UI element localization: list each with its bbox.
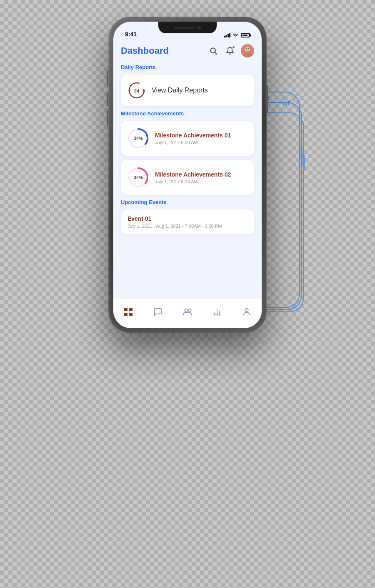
phone-device: 9:41 xyxy=(108,17,267,333)
ring-label-2: 34% xyxy=(134,175,143,180)
signal-bar-3 xyxy=(228,34,229,37)
svg-rect-17 xyxy=(124,313,128,316)
signal-bars-icon xyxy=(224,33,231,37)
search-button[interactable] xyxy=(208,45,219,57)
event-card-1[interactable]: Event 01 July 1, 2021 - Aug 1, 2021 • 7:… xyxy=(121,209,254,234)
notification-button[interactable] xyxy=(224,45,236,57)
page-title: Dashboard xyxy=(121,45,169,56)
milestone-section: Milestone Achievements 34% Milestone Ach… xyxy=(121,110,254,195)
header: Dashboard xyxy=(121,44,254,57)
nav-item-home[interactable] xyxy=(119,303,138,321)
ring-label-1: 34% xyxy=(134,136,143,141)
daily-reports-section: Daily Reports 24 Vie xyxy=(121,64,254,106)
progress-ring-2: 34% xyxy=(128,167,149,188)
notification-dot xyxy=(232,46,235,49)
milestone-info-2: Milestone Achievements 02 July 1, 2017 6… xyxy=(155,171,248,184)
event-date-1: July 1, 2021 - Aug 1, 2021 • 7:00AM - 9:… xyxy=(128,224,248,229)
milestone-date-1: July 1, 2017 6:08 AM xyxy=(155,140,248,145)
notch xyxy=(158,22,217,33)
reports-24-icon: 24 xyxy=(128,81,146,100)
daily-reports-label: Daily Reports xyxy=(121,64,254,70)
signal-bar-4 xyxy=(229,33,230,37)
screen-content[interactable]: Dashboard xyxy=(113,40,262,328)
milestone-label: Milestone Achievements xyxy=(121,110,254,117)
nav-item-group[interactable] xyxy=(178,303,197,321)
upcoming-events-section: Upcoming Events Event 01 July 1, 2021 - … xyxy=(121,199,254,234)
event-title-1: Event 01 xyxy=(128,215,248,222)
battery-fill xyxy=(242,35,248,36)
milestone-info-1: Milestone Achievements 01 July 1, 2017 6… xyxy=(155,132,248,145)
svg-rect-16 xyxy=(129,308,132,311)
nav-item-chat[interactable] xyxy=(149,303,167,321)
svg-point-25 xyxy=(245,308,248,311)
wifi-icon xyxy=(232,33,239,37)
avatar-image xyxy=(241,44,254,57)
avatar[interactable] xyxy=(241,44,254,57)
upcoming-events-label: Upcoming Events xyxy=(121,199,254,205)
status-icons xyxy=(224,33,250,37)
daily-reports-card[interactable]: 24 View Daily Reports xyxy=(121,75,254,106)
svg-point-6 xyxy=(248,48,249,49)
milestone-title-2: Milestone Achievements 02 xyxy=(155,171,248,178)
chart-icon xyxy=(212,307,222,316)
svg-rect-15 xyxy=(124,308,128,311)
svg-line-1 xyxy=(215,52,217,55)
signal-bar-1 xyxy=(224,36,225,37)
svg-point-3 xyxy=(245,47,250,52)
battery-icon xyxy=(241,33,250,37)
notch-camera xyxy=(198,26,201,29)
grid-icon xyxy=(124,307,133,316)
view-daily-reports-label: View Daily Reports xyxy=(152,87,208,94)
signal-bar-2 xyxy=(225,35,227,37)
notch-speaker xyxy=(174,27,195,29)
search-icon xyxy=(209,47,218,55)
phone-screen: 9:41 xyxy=(113,22,262,328)
milestone-card-2[interactable]: 34% Milestone Achievements 02 July 1, 20… xyxy=(121,160,254,195)
milestone-title-1: Milestone Achievements 01 xyxy=(155,132,248,139)
bottom-nav xyxy=(113,298,262,328)
header-icons xyxy=(208,44,254,57)
nav-item-profile[interactable] xyxy=(238,303,256,321)
phone-outer: 9:41 xyxy=(108,17,267,333)
svg-point-19 xyxy=(185,309,188,312)
nav-item-chart[interactable] xyxy=(208,303,226,321)
svg-text:24: 24 xyxy=(134,88,140,93)
svg-rect-18 xyxy=(129,313,132,316)
milestone-date-2: July 1, 2017 6:08 AM xyxy=(155,179,248,184)
group-icon xyxy=(182,307,192,316)
milestone-card-1[interactable]: 34% Milestone Achievements 01 July 1, 20… xyxy=(121,121,254,156)
person-icon xyxy=(242,307,251,316)
svg-point-5 xyxy=(246,48,247,49)
status-time: 9:41 xyxy=(125,31,137,37)
svg-point-20 xyxy=(188,309,191,312)
progress-ring-1: 34% xyxy=(128,127,149,149)
chat-icon xyxy=(153,307,162,316)
